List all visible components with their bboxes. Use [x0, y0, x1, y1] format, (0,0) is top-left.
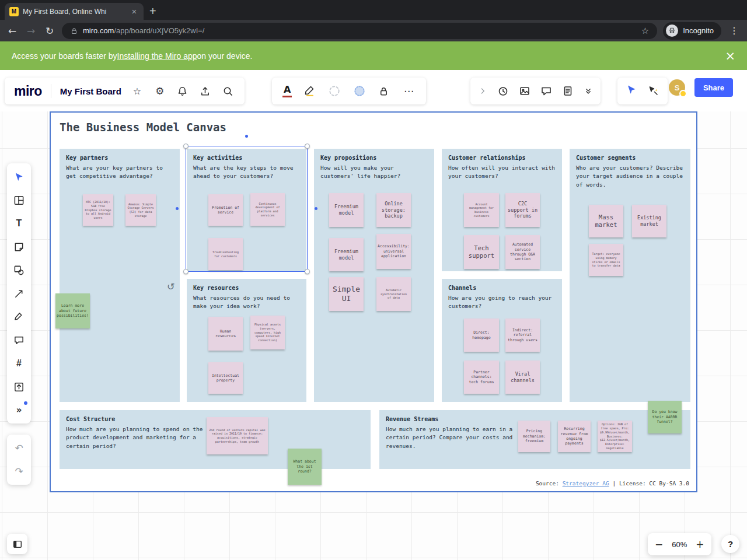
zoom-in-button[interactable]: +: [696, 538, 704, 550]
rotate-anchor-dot[interactable]: [245, 135, 248, 138]
banner-close-icon[interactable]: ×: [725, 49, 735, 63]
sticky-note-mass-market[interactable]: Mass market: [589, 205, 623, 237]
sticky-note-aarrr-funnel[interactable]: Do you know their AARRR funnel?: [648, 401, 682, 433]
sticky-note-auto-sync[interactable]: Automatic synchronization of data: [376, 277, 411, 311]
sticky-note-human-resources[interactable]: Human resources: [208, 317, 243, 351]
chat-icon[interactable]: [540, 85, 552, 97]
sticky-note-venture-capital[interactable]: 2nd round of venture capital was raised …: [207, 417, 268, 454]
upload-tool[interactable]: [7, 375, 31, 398]
bookmark-star-icon[interactable]: ☆: [641, 26, 649, 36]
frame-tool[interactable]: #: [7, 352, 31, 375]
sticky-note-freemium-1[interactable]: Freemium model: [329, 193, 364, 227]
sticky-note-existing-market[interactable]: Existing market: [632, 205, 666, 237]
export-upload-icon[interactable]: [198, 86, 212, 97]
templates-tool[interactable]: [7, 188, 31, 212]
more-options-icon[interactable]: ⋯: [402, 85, 416, 97]
resize-handle-bottom-left[interactable]: [183, 269, 189, 274]
settings-gear-icon[interactable]: ⚙: [153, 85, 167, 97]
notes-doc-icon[interactable]: [562, 85, 574, 97]
section-channels[interactable]: Channels How are you going to reach your…: [442, 279, 562, 402]
sticky-note-partner-channels[interactable]: Partner channels: tech forums: [464, 360, 499, 394]
text-color-icon[interactable]: A: [282, 85, 292, 97]
miro-logo[interactable]: miro: [14, 83, 42, 99]
canvas[interactable]: The Business Model Canvas Key partners W…: [0, 111, 747, 560]
text-tool[interactable]: T: [7, 212, 31, 235]
zoom-level[interactable]: 60%: [672, 540, 687, 549]
shape-dashed-circle-icon[interactable]: [328, 85, 341, 97]
url-bar[interactable]: miro.com/app/board/uXjVO5yk2wI=/ ☆: [62, 23, 657, 39]
section-key-partners[interactable]: Key partners What are your key partners …: [60, 149, 180, 402]
rotate-icon[interactable]: ↺: [167, 281, 174, 292]
section-key-propositions[interactable]: Key propositions How will you make your …: [314, 149, 434, 402]
share-button[interactable]: Share: [694, 78, 733, 97]
sticky-note-recurring-revenue[interactable]: Recurring revenue from ongoing payments: [558, 421, 591, 452]
pen-style-icon[interactable]: [304, 85, 316, 97]
chevron-down-icon[interactable]: [584, 86, 593, 96]
shape-pattern-circle-icon[interactable]: [353, 85, 366, 97]
sticky-note-automated-service[interactable]: Automated service through Q&A section: [505, 235, 540, 269]
sticky-note-direct-homepage[interactable]: Direct: homepage: [464, 318, 499, 352]
sticky-note-target[interactable]: Target: everyone using memory sticks or …: [589, 244, 623, 276]
sticky-note-intellectual-property[interactable]: Intellectual property: [208, 362, 243, 394]
resize-handle-bottom-right[interactable]: [305, 269, 310, 274]
notifications-bell-icon[interactable]: [176, 86, 190, 97]
sticky-note-tool[interactable]: [7, 235, 31, 258]
new-tab-button[interactable]: +: [144, 3, 162, 20]
pen-tool[interactable]: [7, 305, 31, 328]
shapes-tool[interactable]: [7, 258, 31, 282]
sticky-note-htc[interactable]: HTC (2011/10): 5GB free Dropbox storage …: [83, 194, 113, 226]
strategyzer-link[interactable]: Strategyzer AG: [563, 480, 609, 487]
reload-icon[interactable]: ↻: [43, 25, 56, 37]
resize-handle-top-left[interactable]: [183, 144, 189, 149]
sticky-note-first-round[interactable]: What about the 1st round?: [288, 449, 322, 485]
favorite-star-icon[interactable]: ☆: [130, 86, 144, 97]
sticky-note-freemium-2[interactable]: Freemium model: [329, 238, 364, 271]
laser-pointer-icon[interactable]: [648, 85, 659, 97]
search-icon[interactable]: [221, 86, 235, 97]
lock-icon[interactable]: [378, 86, 389, 97]
resize-handle-right[interactable]: [315, 207, 317, 210]
sticky-note-account-mgmt[interactable]: Account management for business customer…: [464, 193, 499, 227]
section-key-resources[interactable]: Key resources What resources do you need…: [187, 279, 306, 402]
sticky-note-online-storage[interactable]: Online storage: backup: [376, 193, 411, 227]
section-customer-segments[interactable]: Customer segments Who are your customers…: [570, 149, 690, 402]
board-name[interactable]: My First Board: [60, 86, 121, 96]
comment-tool[interactable]: [7, 328, 31, 352]
back-icon[interactable]: ←: [6, 25, 19, 37]
collapse-chevron-icon[interactable]: [478, 86, 487, 96]
board-title[interactable]: The Business Model Canvas: [60, 121, 226, 134]
board-frame[interactable]: The Business Model Canvas Key partners W…: [50, 111, 697, 492]
select-tool[interactable]: [7, 165, 31, 188]
frames-panel-button[interactable]: [7, 534, 27, 554]
undo-button[interactable]: ↶: [7, 436, 31, 460]
sticky-note-learn-more[interactable]: Learn more about future possibilities!: [55, 293, 90, 328]
sticky-note-simple-ui[interactable]: Simple UI: [329, 277, 364, 311]
sticky-note-tech-support[interactable]: Tech support: [464, 235, 499, 269]
sticky-note-pricing-options[interactable]: Options: 2GB of free space, Pro: $9.99/u…: [598, 421, 632, 452]
close-tab-icon[interactable]: ×: [130, 6, 139, 16]
cursor-tool-icon[interactable]: [626, 84, 637, 98]
zoom-out-button[interactable]: −: [655, 538, 663, 550]
frames-image-icon[interactable]: [519, 85, 530, 97]
resize-handle-left[interactable]: [176, 207, 179, 210]
browser-menu-icon[interactable]: ⋮: [727, 25, 741, 36]
more-tools[interactable]: »: [7, 398, 31, 422]
timer-icon[interactable]: [497, 85, 509, 97]
browser-tab[interactable]: M My First Board, Online Whi ×: [5, 3, 144, 20]
avatar[interactable]: S: [669, 79, 685, 96]
sticky-note-indirect-referral[interactable]: Indirect: referral through users: [505, 318, 540, 352]
sticky-note-physical-assets[interactable]: Physical assets (servers, computers, hig…: [250, 316, 285, 349]
resize-handle-top-right[interactable]: [305, 144, 310, 149]
section-customer-relationships[interactable]: Customer relationships How often will yo…: [442, 149, 562, 271]
sticky-note-c2c-support[interactable]: C2C support in forums: [505, 193, 540, 227]
sticky-note-accessibility[interactable]: Accessibility: universal application: [376, 234, 411, 269]
redo-button[interactable]: ↷: [7, 460, 31, 483]
sticky-note-viral-channels[interactable]: Viral channels: [505, 360, 540, 394]
help-button[interactable]: ?: [721, 535, 739, 553]
sticky-note-amazon[interactable]: Amazon: Simple Storage Servers (S3) for …: [125, 194, 156, 226]
section-desc: How much are you planning to spend on th…: [66, 425, 206, 450]
install-miro-app-link[interactable]: Installing the Miro app: [117, 51, 197, 61]
sticky-note-pricing-mechanism[interactable]: Pricing mechanism: freemium: [518, 421, 550, 452]
section-desc: How will you make your customers' life h…: [320, 164, 425, 181]
connector-tool[interactable]: [7, 282, 31, 305]
